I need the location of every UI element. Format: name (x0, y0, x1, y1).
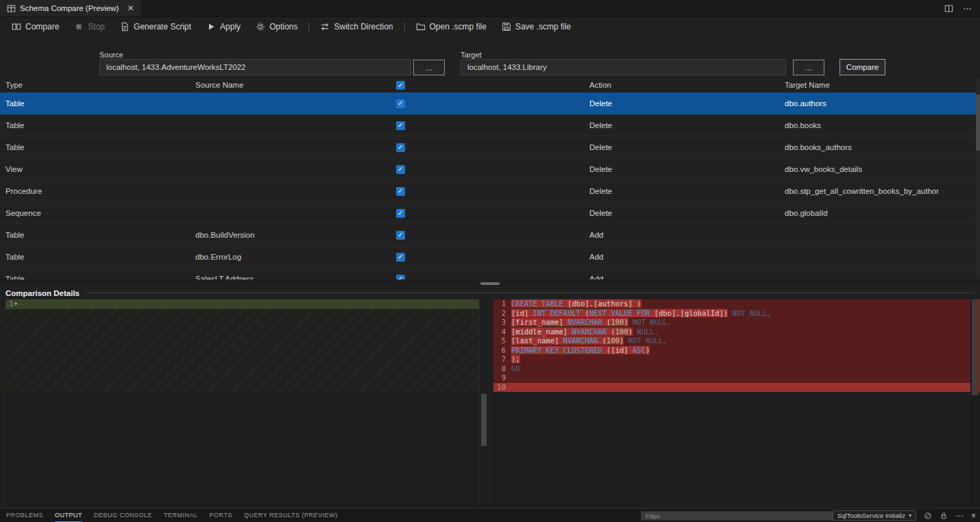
row-checkbox[interactable]: ✓ (396, 121, 405, 130)
diff-editor: 1+ 1CREATE TABLE [dbo].[authors] (2[id] … (5, 299, 980, 508)
panel-tab-problems[interactable]: PROBLEMS (6, 509, 43, 522)
line-number: 4 (493, 327, 511, 337)
tab-title: Schema Compare (Preview) (20, 4, 119, 12)
row-checkbox[interactable]: ✓ (396, 187, 405, 196)
chevron-down-icon: ▾ (909, 512, 911, 519)
table-row[interactable]: Table✓Deletedbo.books_authors (0, 136, 976, 158)
panel-tab-ports[interactable]: PORTS (210, 509, 232, 522)
toolbar-button-compare[interactable]: Compare (4, 17, 66, 36)
row-checkbox[interactable]: ✓ (396, 165, 405, 174)
more-actions-icon[interactable]: ⋯ (963, 4, 972, 13)
split-editor-icon[interactable] (944, 4, 953, 13)
target-browse-button[interactable]: … (793, 60, 824, 75)
diff-removed-line: 4[middle_name] NVARCHAR (100) NULL, (493, 327, 970, 337)
line-number: 10 (493, 383, 511, 393)
cell-action: Delete (589, 114, 612, 136)
toolbar-button-apply[interactable]: Apply (199, 17, 248, 36)
details-divider (85, 293, 975, 293)
line-number: 8 (493, 364, 511, 374)
row-checkbox[interactable]: ✓ (396, 99, 405, 108)
diff-alignment-filler (5, 309, 479, 393)
column-header-include: ✓ (396, 81, 405, 90)
toolbar-button-open-scmp-file[interactable]: Open .scmp file (408, 17, 494, 36)
clear-output-icon[interactable] (924, 512, 932, 520)
cell-type: Table (5, 246, 25, 268)
table-row[interactable]: Table✓Deletedbo.authors (0, 92, 976, 114)
cell-include: ✓ (396, 114, 405, 136)
select-all-checkbox[interactable]: ✓ (396, 81, 405, 90)
diff-removed-line: 5[last_name] NVARCHAR (100) NOT NULL, (493, 336, 970, 346)
row-checkbox[interactable]: ✓ (396, 253, 405, 262)
column-header-action: Action (589, 81, 611, 89)
diff-removed-line: 3[first_name] NVARCHAR (100) NOT NULL, (493, 318, 970, 327)
toolbar-button-save-scmp-file[interactable]: Save .scmp file (494, 17, 578, 36)
diff-source-pane[interactable]: 1+ (5, 299, 480, 508)
source-input[interactable]: localhost, 1433.AdventureWorksLT2022 (99, 59, 411, 75)
source-browse-button[interactable]: … (413, 60, 445, 75)
line-number: 5 (493, 336, 511, 346)
code-line: GO (511, 364, 970, 374)
output-filter-input[interactable] (641, 511, 836, 521)
save-icon (502, 22, 511, 32)
table-row[interactable]: Tabledbo.BuildVersion✓Add (0, 224, 976, 246)
row-checkbox[interactable]: ✓ (396, 231, 405, 240)
panel-bar: PROBLEMSOUTPUTDEBUG CONSOLETERMINALPORTS… (0, 508, 980, 522)
tab-schema-compare[interactable]: Schema Compare (Preview) ✕ (0, 0, 142, 16)
code-line (511, 383, 970, 393)
editor-actions: ⋯ (944, 0, 980, 16)
panel-tab-query-results-preview[interactable]: QUERY RESULTS (PREVIEW) (244, 509, 338, 522)
grid-scrollbar[interactable] (976, 78, 980, 281)
cell-target-name: dbo.authors (785, 92, 826, 114)
table-row[interactable]: Table✓Deletedbo.books (0, 114, 976, 136)
cell-type: Table (5, 92, 25, 114)
toolbar: CompareStopGenerate ScriptApplyOptionsSw… (0, 17, 980, 36)
cell-include: ✓ (396, 92, 405, 114)
generate-script-icon (120, 22, 130, 32)
schema-compare-icon (7, 4, 16, 13)
diff-removed-line: 8GO (493, 364, 970, 374)
toolbar-button-generate-script[interactable]: Generate Script (112, 17, 199, 36)
grid-scrollbar-thumb[interactable] (976, 95, 980, 151)
target-input[interactable]: localhost, 1433.Library (461, 59, 786, 75)
panel-tab-terminal[interactable]: TERMINAL (164, 509, 198, 522)
tab-close-icon[interactable]: ✕ (127, 4, 134, 12)
diff-target-pane[interactable]: 1CREATE TABLE [dbo].[authors] (2[id] INT… (493, 299, 970, 508)
output-channel-select[interactable]: SqlToolsService Initializ ▾ (833, 510, 916, 521)
connection-section: Source localhost, 1433.AdventureWorksLT2… (0, 36, 980, 78)
comparison-grid: Type Source Name ✓ Action Target Name Ta… (0, 78, 980, 281)
splitter-grip[interactable] (480, 282, 500, 285)
table-row[interactable]: Tabledbo.ErrorLog✓Add (0, 246, 976, 268)
horizontal-splitter[interactable] (0, 279, 980, 287)
diff-right-lines: 1CREATE TABLE [dbo].[authors] (2[id] INT… (493, 299, 970, 392)
details-header: Comparison Details (5, 287, 975, 299)
toolbar-button-switch-direction[interactable]: Switch Direction (313, 17, 400, 36)
panel-tab-debug-console[interactable]: DEBUG CONSOLE (94, 509, 152, 522)
table-row[interactable]: View✓Deletedbo.vw_books_details (0, 158, 976, 180)
panel-actions: SqlToolsService Initializ ▾ ⋯ × (833, 509, 976, 522)
cell-include: ✓ (396, 224, 405, 246)
compare-button[interactable]: Compare (840, 59, 885, 75)
table-row[interactable]: Procedure✓Deletedbo.stp_get_all_cowritte… (0, 180, 976, 202)
cell-include: ✓ (396, 136, 405, 158)
line-number: 7 (493, 355, 511, 364)
left-pane-scrollbar-thumb[interactable] (481, 394, 487, 446)
toolbar-button-label: Open .scmp file (430, 22, 487, 32)
panel-close-icon[interactable]: × (971, 512, 976, 520)
overview-ruler-removed-marks (977, 299, 980, 393)
table-row[interactable]: Sequence✓Deletedbo.globalId (0, 202, 976, 224)
panel-more-icon[interactable]: ⋯ (955, 512, 964, 520)
cell-action: Delete (589, 180, 612, 202)
cell-type: Sequence (5, 202, 41, 224)
lock-icon[interactable] (940, 512, 948, 520)
toolbar-button-options[interactable]: Options (248, 17, 305, 36)
diff-added-line: 1+ (5, 299, 479, 309)
row-checkbox[interactable]: ✓ (396, 209, 405, 218)
right-pane-scrollbar[interactable] (970, 299, 980, 508)
panel-tab-output[interactable]: OUTPUT (55, 509, 82, 522)
code-line: [last_name] NVARCHAR (100) NOT NULL, (511, 336, 970, 346)
stop-icon (74, 22, 84, 32)
cell-target-name: dbo.books (785, 114, 821, 136)
schema-compare-app: Schema Compare (Preview) ✕ ⋯ CompareStop… (0, 0, 980, 522)
row-checkbox[interactable]: ✓ (396, 143, 405, 152)
toolbar-button-label: Options (269, 22, 297, 32)
